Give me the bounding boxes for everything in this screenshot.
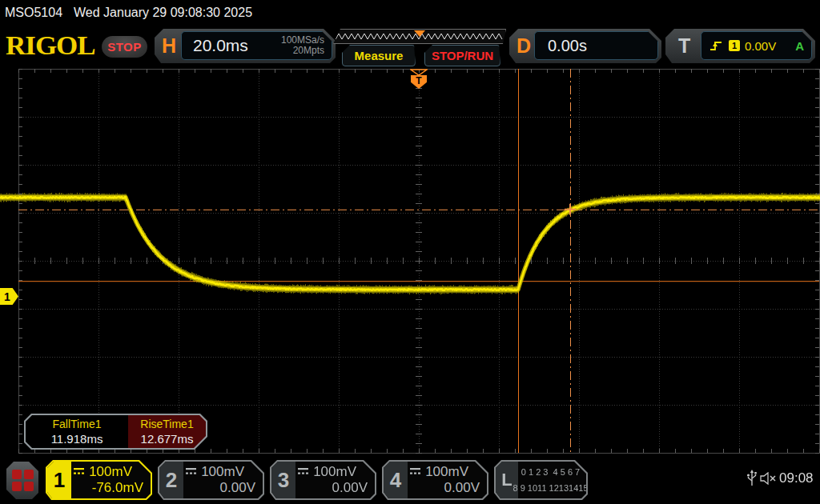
measure-button[interactable]: Measure bbox=[342, 45, 416, 66]
delay-box[interactable]: 0.00s bbox=[534, 31, 658, 60]
stop-run-button[interactable]: STOP/RUN bbox=[424, 45, 500, 66]
datetime: Wed January 29 09:08:30 2025 bbox=[74, 6, 252, 19]
channel-1-offset: -76.0mV bbox=[92, 481, 143, 494]
usb-icon bbox=[746, 470, 758, 488]
sample-rate: 100MSa/s bbox=[281, 34, 324, 46]
delay-value: 0.00s bbox=[548, 37, 587, 55]
horizontal-panel[interactable]: H 20.0ms 100MSa/s20Mpts bbox=[155, 29, 336, 63]
channel-2-panel[interactable]: 2 100mV 0.00V bbox=[158, 460, 264, 500]
logic-row1: 0 1 2 3 4 5 6 7 bbox=[521, 468, 580, 477]
overview-zigzag-icon bbox=[334, 30, 505, 43]
measurement-falltime[interactable]: FallTime1 11.918ms bbox=[26, 415, 128, 448]
waveform-overview-strip[interactable] bbox=[333, 29, 506, 44]
measurement-panel[interactable]: FallTime1 11.918ms RiseTime1 12.677ms bbox=[24, 414, 207, 450]
risetime-label: RiseTime1 bbox=[140, 418, 193, 430]
delay-label: D bbox=[517, 29, 531, 63]
channel-4-scale: 100mV bbox=[425, 465, 468, 478]
trigger-edge-rising-icon bbox=[709, 40, 722, 52]
logic-channels-panel[interactable]: L 0 1 2 3 4 5 6 7 8 9 1011 12131415 bbox=[494, 460, 588, 500]
run-state-badge: STOP bbox=[102, 36, 147, 58]
waveform-canvas bbox=[0, 68, 820, 455]
status-bar: MSO5104Wed January 29 09:08:30 2025 bbox=[5, 6, 252, 20]
speaker-muted-icon bbox=[760, 472, 777, 485]
trigger-mode: A bbox=[795, 39, 811, 53]
channel-3-panel[interactable]: 3 100mV 0.00V bbox=[270, 460, 376, 500]
channel-1-scale: 100mV bbox=[89, 465, 132, 478]
trigger-t-icon: T bbox=[411, 75, 427, 89]
channel-1-panel[interactable]: 1 100mV -76.0mV bbox=[46, 460, 152, 500]
dc-coupling-icon bbox=[73, 467, 85, 476]
channel-3-offset: 0.00V bbox=[332, 481, 368, 494]
model-name: MSO5104 bbox=[5, 6, 62, 19]
channel-4-number: 4 bbox=[384, 462, 408, 498]
timebase-box[interactable]: 20.0ms 100MSa/s20Mpts bbox=[181, 31, 332, 60]
delay-panel[interactable]: D 0.00s bbox=[509, 29, 661, 63]
menu-grid-icon bbox=[12, 470, 34, 491]
trigger-position-marker[interactable]: T bbox=[410, 69, 428, 90]
logic-row2: 8 9 1011 12131415 bbox=[513, 484, 589, 493]
channel-2-scale: 100mV bbox=[201, 465, 244, 478]
trigger-label: T bbox=[678, 29, 690, 63]
oscilloscope-screen: MSO5104Wed January 29 09:08:30 2025 RIGO… bbox=[0, 0, 820, 504]
channel-2-number: 2 bbox=[159, 462, 183, 498]
trigger-level-value: 0.00V bbox=[745, 39, 776, 53]
logic-label: L bbox=[496, 462, 518, 498]
channel-2-offset: 0.00V bbox=[220, 481, 255, 494]
memory-depth: 20Mpts bbox=[293, 45, 324, 56]
measurement-risetime[interactable]: RiseTime1 12.677ms bbox=[128, 415, 206, 448]
falltime-value: 11.918ms bbox=[51, 432, 103, 446]
channel-4-panel[interactable]: 4 100mV 0.00V bbox=[382, 460, 488, 500]
trigger-box[interactable]: 1 0.00V A bbox=[701, 31, 812, 60]
risetime-value: 12.677ms bbox=[141, 432, 194, 446]
channel-1-number: 1 bbox=[47, 462, 71, 498]
channel-3-scale: 100mV bbox=[313, 465, 356, 478]
falltime-label: FallTime1 bbox=[53, 418, 102, 430]
channel-3-number: 3 bbox=[271, 462, 295, 498]
horizontal-label: H bbox=[162, 29, 176, 63]
menu-button[interactable] bbox=[6, 462, 38, 499]
trigger-position-outline-icon bbox=[410, 69, 428, 76]
channel-4-offset: 0.00V bbox=[444, 481, 480, 494]
dc-coupling-icon bbox=[409, 467, 421, 476]
trigger-source-badge: 1 bbox=[729, 40, 740, 51]
clock: 09:08 bbox=[779, 470, 814, 486]
trigger-panel[interactable]: T 1 0.00V A bbox=[665, 29, 815, 63]
rigol-logo: RIGOL bbox=[6, 33, 95, 59]
dc-coupling-icon bbox=[185, 467, 197, 476]
timebase-value: 20.0ms bbox=[193, 36, 248, 55]
dc-coupling-icon bbox=[297, 467, 309, 476]
